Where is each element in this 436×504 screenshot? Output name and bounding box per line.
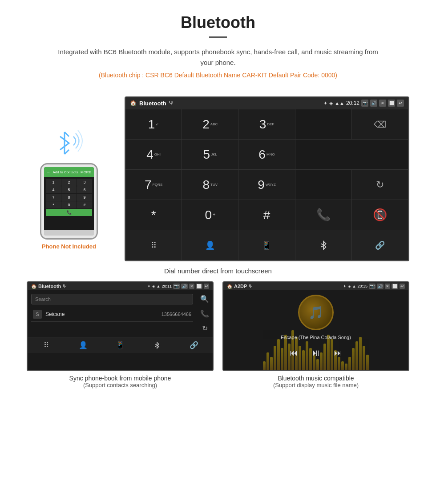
dial-nav-dialpad[interactable]: ⠿ xyxy=(125,230,182,260)
pb-win-icon: ⬜ xyxy=(196,284,202,289)
dial-key-0[interactable]: 0+ xyxy=(182,200,238,230)
music-status-bar: 🏠 A2DP Ψ ✦ ◈ ▲ 20:15 📷 🔊 ✕ ⬜ ↩ xyxy=(223,282,408,290)
dial-backspace[interactable]: ⌫ xyxy=(352,109,408,140)
pb-cam-icon: 📷 xyxy=(173,284,180,289)
pb-x-icon: ✕ xyxy=(189,284,194,289)
bluetooth-waves-icon xyxy=(49,123,89,163)
pb-refresh-icon[interactable]: ↻ xyxy=(202,324,208,332)
home-icon[interactable]: 🏠 xyxy=(130,100,137,106)
phone-mockup: ← Add to Contacts MORE 1 2 3 4 5 6 7 8 xyxy=(40,163,98,240)
dial-key-4[interactable]: 4GHI xyxy=(125,140,182,170)
music-app-name: A2DP xyxy=(234,284,247,289)
bar-28 xyxy=(359,337,362,370)
key-5-wrap: 5JKL xyxy=(203,148,217,161)
window-icon[interactable]: ⬜ xyxy=(388,100,395,107)
dial-nav-contacts[interactable]: 👤 xyxy=(182,230,238,260)
backspace-icon: ⌫ xyxy=(374,119,386,130)
music-note-icon: 🎵 xyxy=(308,305,324,320)
dial-key-1[interactable]: 1↙ xyxy=(125,109,182,140)
phone-key-1: 1 xyxy=(46,179,61,186)
bar-7 xyxy=(284,335,287,370)
dial-key-7[interactable]: 7PQRS xyxy=(125,170,182,200)
pb-nav-dialpad[interactable]: ⠿ xyxy=(28,341,65,349)
pb-nav-phone[interactable]: 📱 xyxy=(101,341,138,349)
dial-key-hash[interactable]: # xyxy=(238,200,295,230)
pb-back-icon: ↩ xyxy=(204,284,209,289)
dial-key-star[interactable]: * xyxy=(125,200,182,230)
bar-24 xyxy=(345,364,347,370)
bar-29 xyxy=(363,346,365,370)
bottom-screens-row: 🏠 Bluetooth Ψ ✦ ◈ ▲ 20:11 📷 🔊 ✕ ⬜ ↩ xyxy=(0,281,436,392)
phonebook-app-name: Bluetooth xyxy=(38,284,61,289)
phone-keypad-row3: 7 8 9 xyxy=(46,194,92,201)
search-bar[interactable]: Search xyxy=(31,294,193,304)
dial-empty-3 xyxy=(295,170,352,200)
pb-nav-bluetooth[interactable] xyxy=(139,341,176,349)
phone-screen: 1 2 3 4 5 6 7 8 9 * 0 # xyxy=(44,177,94,230)
pb-bt-icon: ✦ xyxy=(147,284,151,288)
phonebook-block: 🏠 Bluetooth Ψ ✦ ◈ ▲ 20:11 📷 🔊 ✕ ⬜ ↩ xyxy=(27,281,214,392)
key-6-wrap: 6MNO xyxy=(258,148,275,161)
phone-back-icon: ← xyxy=(47,170,50,174)
play-pause-btn[interactable]: ⏯ xyxy=(311,347,321,359)
pb-nav-link[interactable]: 🔗 xyxy=(176,341,213,349)
bluetooth-waves-area xyxy=(49,123,89,163)
dial-end-btn[interactable]: 📵 xyxy=(352,200,408,230)
bar-23 xyxy=(341,361,344,370)
phone-top-bar: ← Add to Contacts MORE xyxy=(44,167,94,177)
mus-bt-icon: ✦ xyxy=(343,284,347,288)
dial-nav-phone[interactable]: 📱 xyxy=(238,230,295,260)
call-icon: 📞 xyxy=(316,208,331,222)
page-description: Integrated with BC6 Bluetooth module, su… xyxy=(51,47,385,68)
pb-time: 20:11 xyxy=(161,284,172,288)
phonebook-home-icon[interactable]: 🏠 xyxy=(31,284,36,289)
dial-nav-bluetooth[interactable] xyxy=(295,230,352,260)
phone-keypad-row4: * 0 # xyxy=(46,201,92,208)
dialpad-icon: ⠿ xyxy=(151,240,157,250)
key-3-wrap: 3DEF xyxy=(259,118,275,131)
phone-key-6: 6 xyxy=(77,186,92,193)
volume-icon[interactable]: 🔊 xyxy=(370,100,377,107)
bar-2 xyxy=(266,352,269,370)
signal-icon: ▲▲ xyxy=(335,100,344,106)
dial-key-3[interactable]: 3DEF xyxy=(238,109,295,140)
phone-key-2: 2 xyxy=(61,179,77,186)
bar-1 xyxy=(263,361,266,370)
dial-key-9[interactable]: 9WXYZ xyxy=(238,170,295,200)
phone-label: Add to Contacts xyxy=(53,170,78,174)
album-art: 🎵 xyxy=(298,295,334,330)
contact-row[interactable]: S Seicane 13566664466 xyxy=(31,307,193,322)
pb-call-side-icon[interactable]: 📞 xyxy=(200,309,209,318)
phonebook-content: Search S Seicane 13566664466 🔍 📞 ↻ xyxy=(28,290,213,337)
music-caption-main: Bluetooth music compatible xyxy=(224,375,408,382)
dial-key-8[interactable]: 8TUV xyxy=(182,170,238,200)
pb-search-icon[interactable]: 🔍 xyxy=(200,295,209,303)
phone-mockup-area: ← Add to Contacts MORE 1 2 3 4 5 6 7 8 xyxy=(27,96,111,261)
pb-loc-icon: ◈ xyxy=(152,284,155,288)
pb-nav-contacts[interactable]: 👤 xyxy=(65,341,101,349)
dial-key-2[interactable]: 2ABC xyxy=(182,109,238,140)
bar-4 xyxy=(274,346,276,370)
page-header: Bluetooth Integrated with BC6 Bluetooth … xyxy=(0,0,436,92)
dial-call-btn[interactable]: 📞 xyxy=(295,200,352,230)
close-icon[interactable]: ✕ xyxy=(379,100,386,107)
dial-nav-settings[interactable]: 🔗 xyxy=(352,230,408,260)
mus-back-icon: ↩ xyxy=(400,284,405,289)
music-home-icon[interactable]: 🏠 xyxy=(227,284,232,289)
phone-bottom xyxy=(44,230,94,236)
key-9-wrap: 9WXYZ xyxy=(258,179,276,191)
dial-refresh[interactable]: ↻ xyxy=(352,170,408,200)
next-track-btn[interactable]: ⏭ xyxy=(334,348,342,358)
prev-track-btn[interactable]: ⏮ xyxy=(290,348,298,358)
phone-more: MORE xyxy=(81,170,91,174)
dial-key-6[interactable]: 6MNO xyxy=(238,140,295,170)
page-specs: (Bluetooth chip : CSR BC6 Default Blueto… xyxy=(27,72,409,79)
pb-bluetooth-icon xyxy=(153,342,161,349)
key-2-wrap: 2ABC xyxy=(202,118,218,131)
phone-key-7: 7 xyxy=(46,194,61,201)
dial-key-5[interactable]: 5JKL xyxy=(182,140,238,170)
music-android-screen: 🏠 A2DP Ψ ✦ ◈ ▲ 20:15 📷 🔊 ✕ ⬜ ↩ xyxy=(222,281,409,371)
back-icon[interactable]: ↩ xyxy=(397,100,404,107)
camera-icon[interactable]: 📷 xyxy=(361,100,368,107)
key-8-wrap: 8TUV xyxy=(203,179,218,191)
